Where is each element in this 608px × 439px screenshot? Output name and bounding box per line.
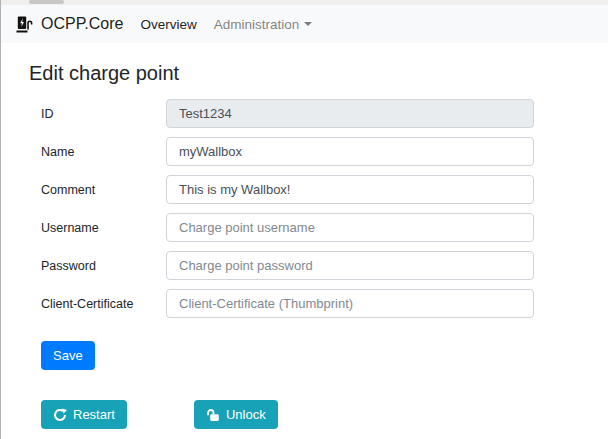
id-field[interactable] [166, 99, 534, 128]
save-button[interactable]: Save [41, 341, 95, 370]
brand-name[interactable]: OCPP.Core [41, 15, 123, 33]
restart-button[interactable]: Restart [41, 400, 127, 429]
refresh-icon [53, 408, 67, 422]
nav-link-administration-label: Administration [214, 17, 300, 32]
name-label: Name [41, 145, 166, 159]
save-button-label: Save [53, 348, 83, 363]
form-row-client-certificate: Client-Certificate [1, 289, 608, 318]
save-row: Save [41, 341, 608, 370]
unlock-button-label: Unlock [226, 407, 266, 422]
name-field[interactable] [166, 137, 534, 166]
id-label: ID [41, 107, 166, 121]
client-certificate-field[interactable] [166, 289, 534, 318]
nav-link-overview-label: Overview [140, 17, 196, 32]
comment-label: Comment [41, 183, 166, 197]
browser-viewport: OCPP.Core Overview Administration Edit c… [0, 0, 608, 439]
brand[interactable]: OCPP.Core [15, 15, 123, 34]
action-row: Restart Unlock [41, 400, 608, 429]
nav-link-overview[interactable]: Overview [140, 17, 196, 32]
form-row-comment: Comment [1, 175, 608, 204]
username-label: Username [41, 221, 166, 235]
unlock-button[interactable]: Unlock [194, 400, 278, 429]
client-certificate-label: Client-Certificate [41, 297, 166, 311]
chevron-down-icon [304, 22, 312, 26]
window-chrome-strip [1, 0, 608, 5]
nav-links: Overview Administration [140, 17, 329, 32]
nav-link-administration[interactable]: Administration [214, 17, 313, 32]
top-navbar: OCPP.Core Overview Administration [1, 5, 608, 43]
form-row-username: Username [1, 213, 608, 242]
form-row-name: Name [1, 137, 608, 166]
form-row-password: Password [1, 251, 608, 280]
comment-field[interactable] [166, 175, 534, 204]
restart-button-label: Restart [73, 407, 115, 422]
page-title: Edit charge point [29, 60, 608, 87]
password-field[interactable] [166, 251, 534, 280]
charging-station-icon [15, 15, 34, 34]
unlock-icon [206, 408, 220, 422]
edit-charge-point-form: ID Name Comment Username Password Client… [1, 99, 608, 370]
password-label: Password [41, 259, 166, 273]
form-row-id: ID [1, 99, 608, 128]
username-field[interactable] [166, 213, 534, 242]
browser-tab-fragment [29, 0, 64, 4]
